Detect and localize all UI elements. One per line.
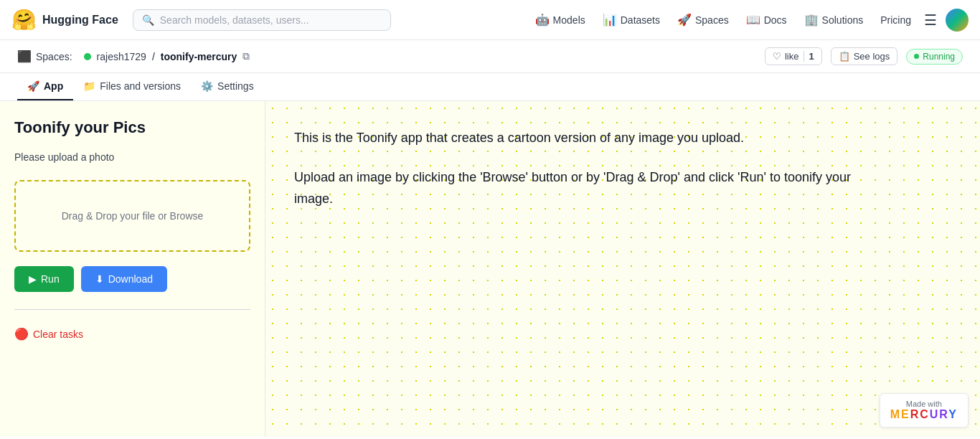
nav-solutions-label: Solutions	[822, 14, 864, 26]
main-layout: Toonify your Pics Please upload a photo …	[0, 101, 980, 437]
tabs-bar: 🚀 App 📁 Files and versions ⚙️ Settings	[0, 73, 980, 101]
navbar: 🤗 Hugging Face 🔍 🤖 Models 📊 Datasets 🚀 S…	[0, 0, 980, 40]
upload-label: Please upload a photo	[14, 151, 250, 163]
mercury-letter-u: U	[930, 408, 940, 420]
status-indicator	[84, 53, 91, 60]
settings-tab-icon: ⚙️	[201, 80, 213, 92]
see-logs-button[interactable]: 📋 See logs	[831, 47, 898, 65]
divider	[14, 309, 250, 310]
docs-icon: 📖	[746, 13, 760, 27]
nav-datasets-label: Datasets	[621, 14, 660, 26]
mercury-letter-r: R	[910, 408, 920, 420]
spaces-label: ⬛ Spaces:	[17, 49, 72, 63]
tab-app-label: App	[44, 80, 63, 92]
logs-icon: 📋	[839, 51, 850, 62]
hamburger-icon[interactable]: ☰	[924, 11, 937, 29]
nav-datasets[interactable]: 📊 Datasets	[595, 9, 667, 31]
like-count: 1	[804, 51, 814, 62]
clear-icon: 🔴	[14, 327, 29, 341]
logo-link[interactable]: 🤗 Hugging Face	[11, 8, 118, 32]
see-logs-label: See logs	[854, 51, 890, 62]
nav-docs[interactable]: 📖 Docs	[739, 9, 794, 31]
download-button[interactable]: ⬇ Download	[81, 266, 167, 292]
like-label: like	[785, 51, 799, 62]
content-area: This is the Toonify app that creates a c…	[265, 101, 980, 437]
nav-pricing-label: Pricing	[880, 14, 911, 26]
run-btn-label: Run	[41, 273, 60, 285]
search-bar[interactable]: 🔍	[133, 9, 391, 31]
sidebar: Toonify your Pics Please upload a photo …	[0, 101, 265, 437]
clear-tasks-label: Clear tasks	[33, 329, 83, 340]
nav-models[interactable]: 🤖 Models	[528, 9, 593, 31]
play-icon: ▶	[29, 273, 37, 285]
drop-zone-text: Drag & Drop your file or Browse	[62, 210, 204, 222]
files-tab-icon: 📁	[83, 80, 95, 92]
mercury-letter-r2: R	[939, 408, 948, 420]
run-button[interactable]: ▶ Run	[14, 266, 74, 292]
tab-files-label: Files and versions	[100, 80, 181, 92]
tab-app[interactable]: 🚀 App	[17, 73, 73, 100]
download-icon: ⬇	[95, 273, 104, 285]
sidebar-title: Toonify your Pics	[14, 118, 250, 137]
solutions-icon: 🏢	[804, 13, 819, 27]
content-paragraph-2: Upload an image by clicking the 'Browse'…	[294, 166, 854, 210]
nav-spaces-label: Spaces	[695, 14, 729, 26]
datasets-icon: 📊	[603, 13, 617, 27]
made-with-text: Made with	[906, 400, 942, 408]
status-dot	[914, 54, 919, 59]
models-icon: 🤖	[535, 13, 550, 27]
mercury-letter-m: M	[890, 408, 901, 420]
nav-links: 🤖 Models 📊 Datasets 🚀 Spaces 📖 Docs 🏢 So…	[528, 9, 969, 32]
copy-icon[interactable]: ⧉	[242, 50, 250, 62]
tab-settings-label: Settings	[217, 80, 254, 92]
spaces-cube-icon: ⬛	[17, 49, 32, 63]
user-link[interactable]: rajesh1729	[97, 51, 146, 62]
download-btn-label: Download	[108, 273, 153, 285]
like-button[interactable]: ♡ like 1	[765, 47, 822, 65]
search-input[interactable]	[160, 14, 382, 26]
tab-settings[interactable]: ⚙️ Settings	[191, 73, 264, 100]
nav-models-label: Models	[553, 14, 585, 26]
status-text: Running	[923, 52, 955, 62]
spaces-text: Spaces:	[36, 51, 72, 62]
content-description: This is the Toonify app that creates a c…	[294, 127, 854, 210]
logo-text: Hugging Face	[42, 14, 118, 27]
logo-emoji: 🤗	[11, 8, 37, 32]
user-avatar[interactable]	[946, 9, 969, 32]
mercury-letter-e: E	[901, 408, 910, 420]
nav-docs-label: Docs	[764, 14, 787, 26]
app-tab-icon: 🚀	[27, 80, 39, 92]
button-row: ▶ Run ⬇ Download	[14, 266, 250, 292]
content-paragraph-1: This is the Toonify app that creates a c…	[294, 127, 854, 149]
breadcrumb-actions: ♡ like 1 📋 See logs Running	[765, 47, 963, 65]
made-with-badge: Made with MERCURY	[880, 393, 969, 428]
heart-icon: ♡	[773, 51, 781, 62]
drop-zone[interactable]: Drag & Drop your file or Browse	[14, 180, 250, 252]
breadcrumb-slash: /	[152, 51, 155, 62]
nav-solutions[interactable]: 🏢 Solutions	[797, 9, 871, 31]
search-icon: 🔍	[142, 14, 154, 26]
mercury-letter-y: Y	[948, 408, 958, 420]
clear-tasks-button[interactable]: 🔴 Clear tasks	[14, 327, 250, 341]
tab-files[interactable]: 📁 Files and versions	[73, 73, 191, 100]
nav-pricing[interactable]: Pricing	[873, 10, 918, 30]
mercury-letter-c: C	[920, 408, 930, 420]
spaces-icon: 🚀	[677, 13, 692, 27]
mercury-logo: MERCURY	[890, 408, 958, 421]
status-badge: Running	[906, 49, 963, 65]
repo-name: toonify-mercury	[161, 51, 237, 62]
nav-spaces[interactable]: 🚀 Spaces	[670, 9, 736, 31]
breadcrumb-bar: ⬛ Spaces: rajesh1729 / toonify-mercury ⧉…	[0, 40, 980, 73]
